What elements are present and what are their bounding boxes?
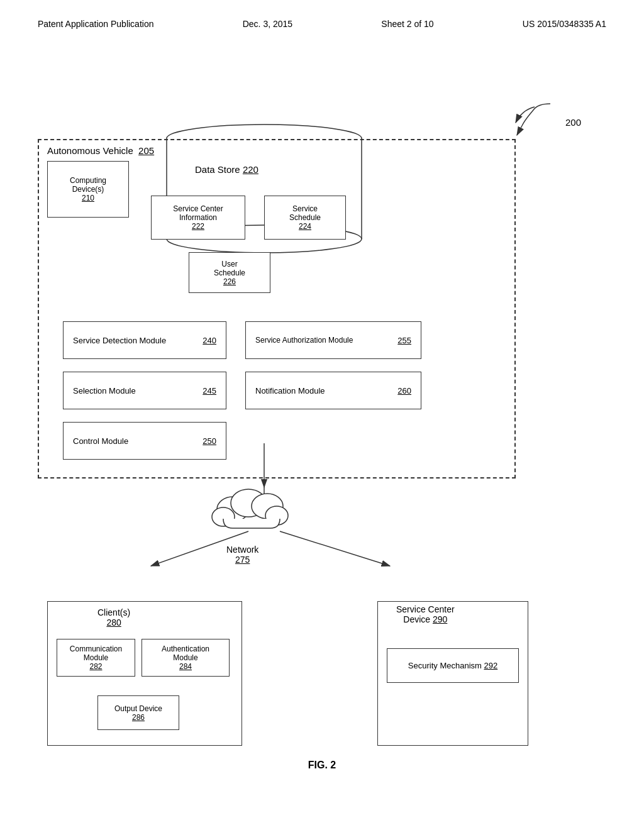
- header-center-date: Dec. 3, 2015: [243, 19, 292, 29]
- page-header: Patent Application Publication Dec. 3, 2…: [0, 0, 644, 35]
- authentication-module-box: AuthenticationModule 284: [142, 639, 230, 677]
- control-module-box: Control Module 250: [63, 422, 226, 460]
- av-label: Autonomous Vehicle 205: [47, 145, 154, 156]
- user-schedule-box: UserSchedule 226: [189, 252, 270, 293]
- service-authorization-module-box: Service Authorization Module 255: [245, 321, 421, 359]
- header-center-sheet: Sheet 2 of 10: [381, 19, 433, 29]
- figure-label: FIG. 2: [308, 760, 336, 771]
- header-left: Patent Application Publication: [38, 19, 153, 29]
- header-right: US 2015/0348335 A1: [523, 19, 606, 29]
- output-device-box: Output Device 286: [97, 695, 179, 730]
- network-label: Network 275: [226, 545, 258, 565]
- data-store-label: Data Store 220: [195, 164, 258, 175]
- security-mechanism-box: Security Mechanism 292: [387, 648, 519, 683]
- service-schedule-box: ServiceSchedule 224: [264, 196, 346, 240]
- client-label: Client(s) 280: [97, 607, 130, 628]
- service-detection-module-box: Service Detection Module 240: [63, 321, 226, 359]
- sci-box: Service CenterInformation 222: [151, 196, 245, 240]
- communication-module-box: CommunicationModule 282: [57, 639, 135, 677]
- notification-module-box: Notification Module 260: [245, 372, 421, 409]
- selection-module-box: Selection Module 245: [63, 372, 226, 409]
- service-center-device-label: Service Center Device 290: [396, 604, 455, 624]
- ref-200: 200: [565, 117, 581, 128]
- computing-device-box: ComputingDevice(s) 210: [47, 161, 129, 218]
- diagram-area: 200 Autonomous Vehicle 205 ComputingDevi…: [0, 35, 644, 790]
